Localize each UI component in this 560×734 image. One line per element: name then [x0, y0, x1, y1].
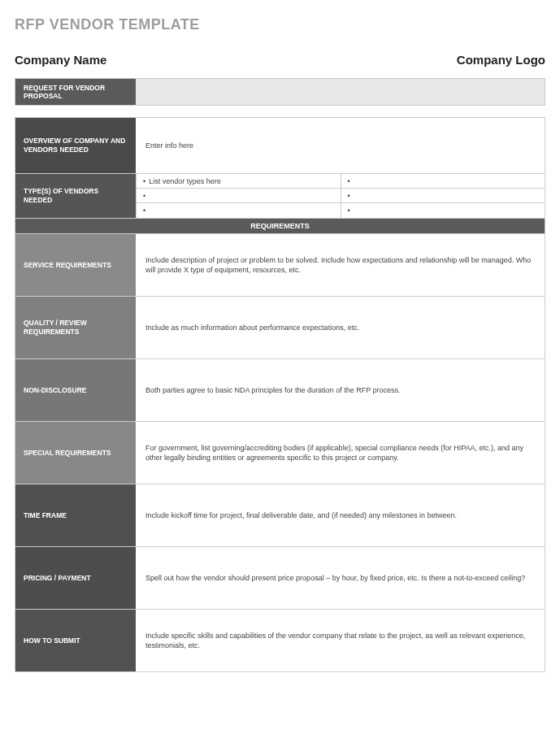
bullet-icon: • [143, 206, 145, 215]
bullet-icon: • [143, 192, 145, 200]
how-to-submit-label: HOW TO SUBMIT [15, 610, 136, 671]
proposal-label: REQUEST FOR VENDOR PROPOSAL [15, 79, 136, 105]
quality-review-row: QUALITY / REVIEW REQUIREMENTS Include as… [15, 297, 545, 359]
company-header: Company Name Company Logo [15, 53, 545, 67]
vendor-cell-5[interactable]: • [341, 203, 545, 218]
pricing-payment-label: PRICING / PAYMENT [15, 547, 136, 609]
special-requirements-row: SPECIAL REQUIREMENTS For government, lis… [15, 422, 545, 484]
vendor-cell-text: List vendor types here [149, 177, 221, 185]
vendor-cell-3[interactable]: • [341, 189, 545, 203]
proposal-bar: REQUEST FOR VENDOR PROPOSAL [15, 78, 545, 106]
non-disclosure-row: NON-DISCLOSURE Both parties agree to bas… [15, 359, 545, 422]
time-frame-content[interactable]: Include kickoff time for project, final … [136, 484, 545, 546]
pricing-payment-row: PRICING / PAYMENT Spell out how the vend… [15, 547, 545, 610]
how-to-submit-row: HOW TO SUBMIT Include specific skills an… [15, 610, 545, 672]
bullet-icon: • [348, 177, 350, 185]
bullet-icon: • [143, 177, 145, 185]
bullet-icon: • [348, 192, 350, 200]
quality-review-label: QUALITY / REVIEW REQUIREMENTS [15, 297, 136, 358]
vendor-types-row: TYPE(S) OF VENDORS NEEDED •List vendor t… [15, 174, 545, 219]
vendor-types-grid: •List vendor types here • • • • • [136, 174, 545, 218]
non-disclosure-label: NON-DISCLOSURE [15, 359, 136, 421]
non-disclosure-content[interactable]: Both parties agree to basic NDA principl… [136, 359, 545, 421]
overview-label: OVERVIEW OF COMPANY AND VENDORS NEEDED [15, 118, 136, 173]
special-requirements-label: SPECIAL REQUIREMENTS [15, 422, 136, 484]
vendor-cell-1[interactable]: • [341, 174, 545, 189]
how-to-submit-content[interactable]: Include specific skills and capabilities… [136, 610, 545, 671]
vendor-cell-4[interactable]: • [136, 203, 341, 218]
vendor-types-label: TYPE(S) OF VENDORS NEEDED [15, 174, 136, 218]
requirements-header: REQUIREMENTS [15, 219, 545, 234]
proposal-input[interactable] [136, 79, 545, 105]
overview-content[interactable]: Enter info here [136, 118, 545, 173]
service-requirements-content[interactable]: Include description of project or proble… [136, 234, 545, 296]
company-logo-field[interactable]: Company Logo [457, 53, 545, 67]
template-title: RFP VENDOR TEMPLATE [15, 16, 545, 33]
pricing-payment-content[interactable]: Spell out how the vendor should present … [136, 547, 545, 609]
time-frame-label: TIME FRAME [15, 484, 136, 546]
quality-review-content[interactable]: Include as much information about perfor… [136, 297, 545, 358]
time-frame-row: TIME FRAME Include kickoff time for proj… [15, 484, 545, 547]
service-requirements-label: SERVICE REQUIREMENTS [15, 234, 136, 296]
vendor-cell-2[interactable]: • [136, 189, 341, 203]
vendor-cell-0[interactable]: •List vendor types here [136, 174, 341, 189]
special-requirements-content[interactable]: For government, list governing/accrediti… [136, 422, 545, 484]
bullet-icon: • [348, 206, 350, 215]
main-table: OVERVIEW OF COMPANY AND VENDORS NEEDED E… [15, 117, 545, 672]
overview-row: OVERVIEW OF COMPANY AND VENDORS NEEDED E… [15, 117, 545, 174]
service-requirements-row: SERVICE REQUIREMENTS Include description… [15, 234, 545, 297]
company-name-field[interactable]: Company Name [15, 53, 106, 67]
